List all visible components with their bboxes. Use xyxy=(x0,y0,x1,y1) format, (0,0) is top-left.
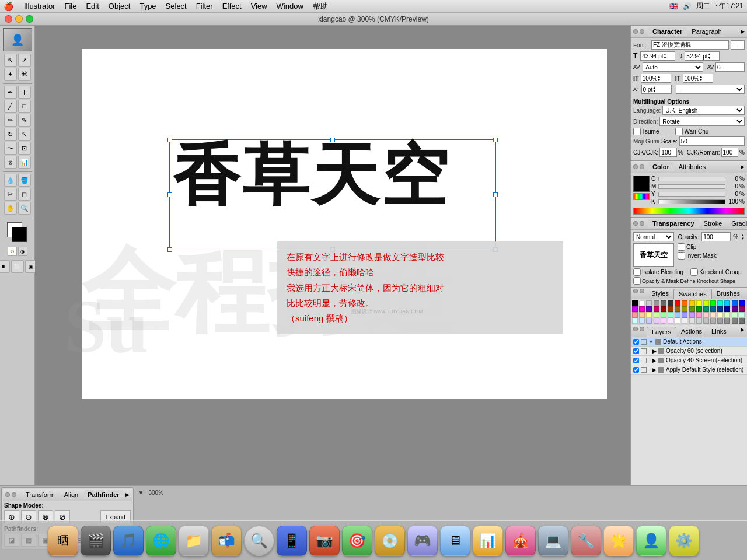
dock-item-14[interactable]: 🎪 xyxy=(505,526,536,556)
dock-item-10[interactable]: 💿 xyxy=(375,526,405,556)
apple-menu[interactable]: 🍎 xyxy=(4,2,13,11)
swatch-8[interactable] xyxy=(689,300,695,306)
maximize-button[interactable] xyxy=(26,15,33,23)
swatch-59[interactable] xyxy=(710,318,716,324)
default-colors[interactable]: ◑ xyxy=(18,247,27,256)
font-input[interactable] xyxy=(651,40,729,50)
dock-item-19[interactable]: ⚙️ xyxy=(669,526,699,556)
tab-links[interactable]: Links xyxy=(707,327,731,337)
direct-select-tool[interactable]: ↗ xyxy=(18,54,31,66)
swatch-38[interactable] xyxy=(675,312,680,318)
warp-tool[interactable]: 〜 xyxy=(4,142,17,155)
dock-item-5[interactable]: 📬 xyxy=(211,526,242,556)
swatch-16[interactable] xyxy=(632,306,638,312)
swatch-15[interactable] xyxy=(739,300,745,306)
bp-tab-align[interactable]: Align xyxy=(61,490,82,499)
swatch-54[interactable] xyxy=(675,318,680,324)
magic-wand-tool[interactable]: ✦ xyxy=(4,68,17,80)
swatch-12[interactable] xyxy=(717,300,723,306)
swatch-11[interactable] xyxy=(710,300,716,306)
swatch-7[interactable] xyxy=(682,300,687,306)
y-slider[interactable] xyxy=(658,192,725,197)
pathfinder-expand[interactable]: ▶ xyxy=(125,492,130,498)
cjk-cjk-input[interactable] xyxy=(659,148,677,157)
language-select[interactable]: U.K. English xyxy=(662,106,745,115)
swatch-13[interactable] xyxy=(724,300,730,306)
pencil-tool[interactable]: ✎ xyxy=(18,114,31,127)
swatch-47[interactable] xyxy=(739,312,745,318)
swatch-29[interactable] xyxy=(724,306,730,312)
menu-help[interactable]: 帮助 xyxy=(308,0,333,13)
select-tool[interactable]: ↖ xyxy=(4,54,17,66)
swatch-20[interactable] xyxy=(661,306,666,312)
dock-item-1[interactable]: 🎬 xyxy=(81,526,111,556)
foreground-color-box[interactable] xyxy=(12,227,27,242)
chart-tool[interactable]: 📊 xyxy=(18,156,31,169)
color-expand[interactable]: ▶ xyxy=(741,164,745,170)
character-expand[interactable]: ▶ xyxy=(741,29,745,34)
isolate-blending-checkbox[interactable] xyxy=(633,268,641,276)
tab-swatches[interactable]: Swatches xyxy=(673,289,712,299)
dock-item-0[interactable]: 晒 xyxy=(48,526,78,556)
invert-mask-checkbox[interactable] xyxy=(678,252,685,260)
swatch-1[interactable] xyxy=(639,300,645,306)
font-size-field[interactable]: 43.94 pt ▲▼ xyxy=(640,51,675,61)
swatch-53[interactable] xyxy=(668,318,673,324)
color-spectrum-mini[interactable] xyxy=(633,193,650,200)
swatch-45[interactable] xyxy=(724,312,730,318)
tracking-select[interactable]: Auto xyxy=(643,62,703,72)
type-tool[interactable]: T xyxy=(18,86,31,99)
swatch-22[interactable] xyxy=(675,306,680,312)
rotate-tool[interactable]: ↻ xyxy=(4,128,17,141)
tsume-checkbox[interactable] xyxy=(633,128,641,135)
swatch-32[interactable] xyxy=(632,312,638,318)
brush-tool[interactable]: ✏ xyxy=(4,114,17,127)
dock-item-12[interactable]: 🖥 xyxy=(440,526,470,556)
menu-illustrator[interactable]: Illustrator xyxy=(19,1,60,12)
layer-visible-0[interactable] xyxy=(633,339,639,345)
tab-layers[interactable]: Layers xyxy=(647,327,676,337)
menu-object[interactable]: Object xyxy=(104,1,135,12)
swatch-5[interactable] xyxy=(668,300,673,306)
swatch-42[interactable] xyxy=(703,312,709,318)
baseline-field[interactable]: 0 pt ▲▼ xyxy=(641,85,672,94)
normal-mode[interactable]: ■ xyxy=(0,260,10,273)
menu-window[interactable]: Window xyxy=(272,1,308,12)
swatch-52[interactable] xyxy=(661,318,666,324)
swatch-33[interactable] xyxy=(639,312,645,318)
menu-effect[interactable]: Effect xyxy=(218,1,246,12)
tab-stroke[interactable]: Stroke xyxy=(699,219,727,228)
dock-item-3[interactable]: 🌐 xyxy=(146,526,176,556)
cjk-roman-input[interactable] xyxy=(721,148,739,157)
swatch-26[interactable] xyxy=(703,306,709,312)
swatch-51[interactable] xyxy=(654,318,659,324)
lasso-tool[interactable]: ⌘ xyxy=(18,68,31,80)
color-swatch-black[interactable] xyxy=(633,176,650,192)
eraser-tool[interactable]: ◻ xyxy=(18,188,31,201)
swatch-24[interactable] xyxy=(689,306,695,312)
swatch-44[interactable] xyxy=(717,312,723,318)
m-slider[interactable] xyxy=(658,184,725,189)
dock-item-7[interactable]: 📱 xyxy=(277,526,307,556)
swatch-57[interactable] xyxy=(696,318,702,324)
direction-select[interactable]: Rotate xyxy=(659,117,745,126)
bp-tab-transform[interactable]: Transform xyxy=(22,490,58,499)
handle-bl[interactable] xyxy=(167,247,172,252)
dock-item-2[interactable]: 🎵 xyxy=(113,526,144,556)
swatch-27[interactable] xyxy=(710,306,716,312)
layers-expand[interactable]: ▶ xyxy=(741,327,745,337)
swatch-48[interactable] xyxy=(632,318,638,324)
handle-mr[interactable] xyxy=(493,192,498,197)
opacity-down[interactable]: ▼ xyxy=(741,237,745,240)
swatch-55[interactable] xyxy=(682,318,687,324)
dock-item-15[interactable]: 💻 xyxy=(538,526,568,556)
dock-item-8[interactable]: 📷 xyxy=(309,526,340,556)
layer-item-0[interactable]: ▼ Default Actions xyxy=(631,337,747,346)
swatch-14[interactable] xyxy=(732,300,738,306)
layer-visible-1[interactable] xyxy=(633,348,639,354)
preview-mode[interactable]: ⬜ xyxy=(11,260,24,273)
blend-mode-select[interactable]: Normal xyxy=(633,232,674,242)
tab-attributes[interactable]: Attributes xyxy=(674,162,710,172)
handle-ml[interactable] xyxy=(167,192,172,197)
swatch-4[interactable] xyxy=(661,300,666,306)
